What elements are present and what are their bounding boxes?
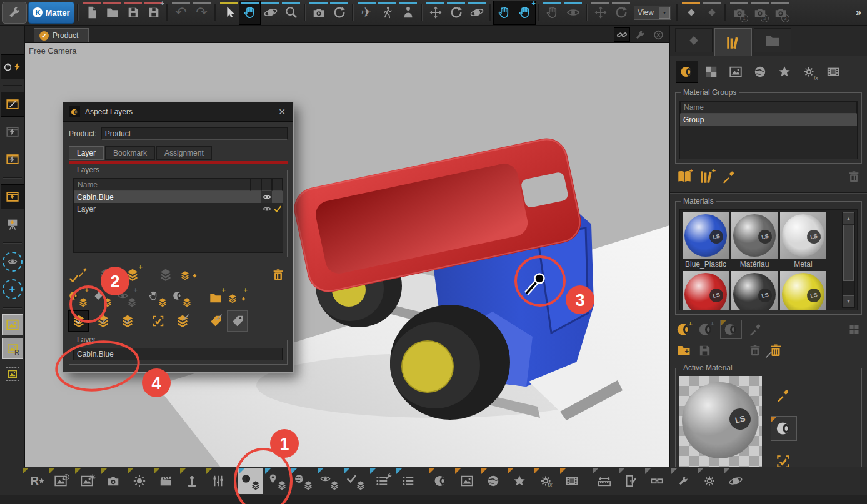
category-media-button[interactable]: [823, 61, 844, 82]
render-settings-button[interactable]: R: [22, 468, 47, 494]
annotation-tool-button[interactable]: [618, 468, 643, 494]
rotate-view-button[interactable]: [611, 1, 631, 24]
material-thumb-yellow[interactable]: LS: [780, 271, 826, 310]
animation-editor-button[interactable]: [153, 468, 178, 494]
visibility-eye-icon[interactable]: [263, 203, 271, 215]
redo-button[interactable]: ↷: [191, 1, 212, 24]
add-library-button[interactable]: +: [676, 169, 693, 185]
apply-layer-stack-button[interactable]: [93, 311, 113, 331]
visibility-aspects-button[interactable]: [317, 468, 342, 494]
add-group-button[interactable]: +: [206, 288, 225, 308]
environment-aspects-button[interactable]: [291, 468, 316, 494]
edit-material-button[interactable]: [748, 322, 763, 337]
pick-assign-button[interactable]: [69, 265, 88, 285]
scene-check-button[interactable]: [369, 468, 394, 494]
assign-material-to-layer-button[interactable]: [173, 288, 192, 308]
save-material-button[interactable]: [698, 343, 712, 358]
apply-layer-button[interactable]: [118, 311, 137, 331]
add-libraries-button[interactable]: +: [699, 169, 715, 185]
layer-row-layer[interactable]: Layer: [74, 203, 283, 215]
move-to-layer-button[interactable]: [156, 265, 175, 285]
camera-turntable-button[interactable]: [329, 1, 349, 24]
select-tool-button[interactable]: [219, 1, 239, 24]
camera-editor-button[interactable]: [101, 468, 126, 494]
touch-move-button[interactable]: +: [514, 1, 535, 24]
close-view-button[interactable]: [651, 28, 666, 41]
variant-editor-button[interactable]: [206, 468, 231, 494]
camera-preset-2-button[interactable]: 2: [749, 1, 770, 24]
category-environments-button[interactable]: [749, 61, 771, 82]
simulation-button[interactable]: [179, 468, 204, 494]
toolbar-overflow-button[interactable]: »: [856, 7, 861, 18]
column-visibility[interactable]: [261, 179, 272, 191]
render-image-button[interactable]: R: [3, 338, 23, 358]
duplicate-material-button[interactable]: +: [698, 322, 714, 337]
category-materials-button[interactable]: [676, 61, 698, 82]
tab-library[interactable]: [714, 28, 752, 56]
material-thumb-dark[interactable]: LS: [731, 271, 778, 310]
select-check-button[interactable]: [148, 311, 168, 331]
new-material-button[interactable]: +: [676, 322, 692, 337]
matter-menu-button[interactable]: KMatter: [28, 2, 74, 24]
previous-view-button[interactable]: [681, 1, 701, 24]
tools-button[interactable]: [671, 468, 696, 494]
category-images-button[interactable]: [725, 61, 746, 82]
extract-layer-button[interactable]: [179, 265, 198, 285]
delete-group-button[interactable]: [847, 170, 861, 184]
open-file-button[interactable]: [102, 1, 123, 24]
flight-mode-button[interactable]: ✈: [356, 1, 377, 24]
column-active[interactable]: [272, 179, 283, 191]
layer-row-cabin-blue[interactable]: Cabin.Blue: [74, 191, 283, 203]
active-material-thumbnail[interactable]: LS Matériau: [679, 376, 762, 477]
measurement-tool-button[interactable]: [592, 468, 617, 494]
render-toggle-button[interactable]: [1, 55, 24, 79]
add-tag-layer-button[interactable]: +: [93, 288, 113, 308]
material-thumb-red[interactable]: LS: [683, 271, 729, 310]
zoom-tool-button[interactable]: [281, 1, 301, 24]
raytracing-off-button[interactable]: [1, 92, 24, 116]
dropdown-arrow-icon[interactable]: ▼: [659, 7, 670, 19]
avatar-mode-button[interactable]: [398, 1, 418, 24]
translate-view-button[interactable]: [590, 1, 611, 24]
column-1[interactable]: [251, 179, 261, 191]
thumbnail-view-button[interactable]: [848, 323, 861, 336]
purge-materials-button[interactable]: [768, 343, 783, 358]
target-camera-button[interactable]: [723, 468, 748, 494]
scroll-up-button[interactable]: ▲: [843, 212, 854, 224]
render-region-image-button[interactable]: [1, 362, 24, 386]
column-name[interactable]: Name: [74, 179, 251, 191]
assign-selection-to-layer-button[interactable]: [148, 288, 168, 308]
new-file-button[interactable]: [81, 1, 102, 24]
orbit-object-button[interactable]: [466, 1, 487, 24]
snapshot-button[interactable]: [3, 315, 23, 335]
viewport-tools-button[interactable]: [633, 28, 648, 41]
product-field[interactable]: [101, 127, 288, 140]
orbit-tool-button[interactable]: [260, 1, 281, 24]
next-view-button[interactable]: [701, 1, 722, 24]
camera-projection-button[interactable]: [308, 1, 329, 24]
delete-layer-button[interactable]: [268, 265, 288, 285]
dialog-close-button[interactable]: ✕: [276, 107, 288, 117]
settings-button[interactable]: [697, 468, 722, 494]
truck-front-wheel[interactable]: [390, 305, 510, 420]
materials-editor-button[interactable]: [428, 468, 453, 494]
environment-editor-button[interactable]: [481, 468, 506, 494]
material-thumb-materiau[interactable]: LS Matériau: [731, 212, 778, 269]
active-material-slot[interactable]: [771, 416, 797, 441]
remove-tag-button[interactable]: [206, 311, 225, 331]
apply-all-layers-button[interactable]: [69, 311, 88, 331]
layer-name-field[interactable]: [73, 348, 283, 360]
batch-render-button[interactable]: [74, 468, 99, 494]
materials-scrollbar[interactable]: ▲ ▼: [842, 212, 855, 308]
add-visibility-layer-button[interactable]: +: [118, 288, 137, 308]
view-dropdown[interactable]: View ▼: [634, 6, 671, 20]
groups-column-name[interactable]: Name: [680, 101, 857, 114]
import-material-button[interactable]: +: [676, 343, 691, 358]
light-editor-button[interactable]: [127, 468, 152, 494]
textures-editor-button[interactable]: [454, 468, 479, 494]
touch-visibility-button[interactable]: [563, 1, 583, 24]
pick-material-button[interactable]: [771, 383, 796, 407]
undo-button[interactable]: ↶: [171, 1, 191, 24]
scrollbar-track[interactable]: [843, 224, 854, 295]
add-target-button[interactable]: +: [1, 277, 24, 301]
